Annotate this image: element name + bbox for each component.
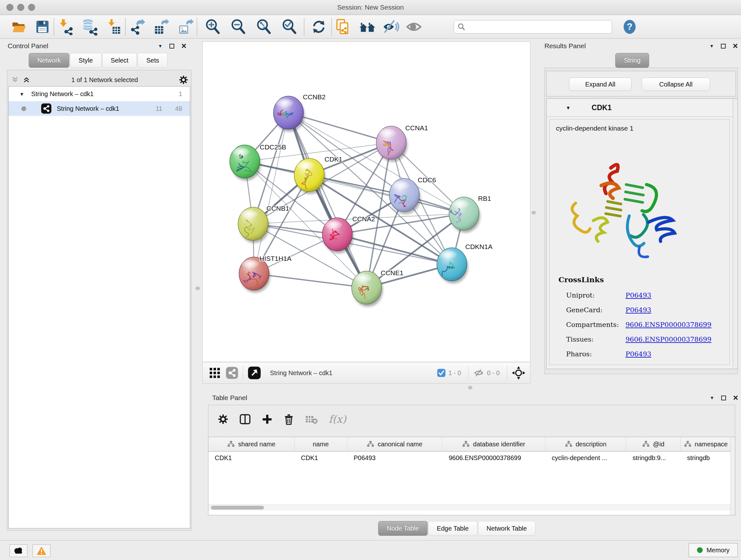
table-cell[interactable]: stringdb (681, 454, 731, 462)
column-header-namespace[interactable]: namespace (681, 437, 731, 451)
function-builder-icon[interactable]: f(x) (329, 413, 346, 425)
tab-node-table[interactable]: Node Table (378, 521, 428, 536)
expand-all-button[interactable]: Expand All (569, 78, 631, 91)
selected-checkbox-icon[interactable] (437, 368, 446, 377)
export-image-button[interactable] (176, 17, 195, 36)
export-table-button[interactable] (152, 17, 171, 36)
search-box[interactable] (454, 20, 612, 34)
delete-table-icon[interactable] (305, 414, 318, 424)
string-tab-icon[interactable] (226, 367, 239, 379)
network-node-CCNB2[interactable]: CCNB2 (273, 93, 326, 132)
network-node-CCNE1[interactable]: CCNE1 (352, 269, 403, 307)
memory-button[interactable]: Memory (689, 543, 738, 557)
column-header-database-identifier[interactable]: database identifier (442, 437, 545, 451)
refresh-layout-button[interactable] (310, 17, 328, 36)
panel-menu-icon[interactable]: ▼ (710, 44, 714, 49)
delete-column-trash-icon[interactable] (283, 414, 294, 425)
network-options-gear-icon[interactable] (179, 75, 188, 84)
network-row[interactable]: String Network – cdk1 11 48 (9, 101, 190, 116)
network-view-canvas[interactable]: CCNB2CCNA1CDC25BCDK1CDC6RB1CCNB1CCNA2CDK… (202, 42, 530, 362)
open-session-button[interactable] (10, 17, 28, 36)
import-table-file-button[interactable] (105, 17, 123, 36)
column-header--id[interactable]: @id (626, 437, 681, 451)
hidden-eye-icon[interactable] (473, 368, 484, 378)
panel-float-icon[interactable] (721, 44, 726, 49)
panel-menu-icon[interactable]: ▼ (158, 44, 162, 49)
collapse-all-tree-icon[interactable] (11, 76, 19, 84)
network-edge-CCNE1-CCNB2[interactable] (288, 113, 367, 288)
session-home-button[interactable] (358, 17, 377, 36)
show-all-button[interactable] (405, 17, 423, 36)
import-network-file-button[interactable] (56, 17, 75, 36)
collapse-all-button[interactable]: Collapse All (642, 78, 710, 91)
table-row[interactable]: CDK1CDK1P064939606.ENSP00000378699cyclin… (208, 452, 735, 464)
panel-close-icon[interactable]: × (733, 44, 738, 49)
warnings-button[interactable] (32, 544, 51, 557)
table-cell[interactable]: 9606.ENSP00000378699 (442, 454, 545, 462)
zoom-fit-button[interactable] (255, 17, 273, 36)
tab-sets[interactable]: Sets (138, 53, 167, 68)
column-header-shared-name[interactable]: shared name (208, 437, 294, 451)
network-graph[interactable]: CCNB2CCNA1CDC25BCDK1CDC6RB1CCNB1CCNA2CDK… (203, 42, 530, 362)
center-view-crosshair-icon[interactable] (512, 366, 526, 380)
table-vertical-scrollbar[interactable] (731, 437, 735, 515)
panel-close-icon[interactable]: × (733, 395, 738, 400)
table-cell[interactable]: CDK1 (294, 454, 347, 462)
right-splitter-handle[interactable] (532, 211, 536, 214)
network-node-CCNA2[interactable]: CCNA2 (322, 215, 375, 253)
search-input[interactable] (466, 23, 607, 30)
crosslink-link[interactable]: P06493 (625, 292, 651, 299)
zoom-in-button[interactable] (204, 17, 222, 36)
tab-select[interactable]: Select (102, 53, 137, 68)
tab-edge-table[interactable]: Edge Table (428, 521, 477, 536)
network-node-RB1[interactable]: RB1 (449, 195, 491, 233)
network-node-CDKN1A[interactable]: CDKN1A (437, 243, 492, 284)
save-session-button[interactable] (33, 17, 52, 36)
bottom-splitter-handle[interactable] (468, 386, 472, 389)
table-cell[interactable]: P06493 (347, 454, 442, 462)
node-section-header[interactable]: ▼ CDK1 (547, 99, 738, 117)
show-columns-icon[interactable] (239, 414, 251, 425)
tab-string[interactable]: String (615, 53, 649, 68)
panel-close-icon[interactable]: × (181, 44, 186, 49)
column-header-canonical-name[interactable]: canonical name (347, 437, 442, 451)
open-in-new-window-icon[interactable] (248, 366, 261, 380)
crosslink-link[interactable]: 9606.ENSP00000378699 (625, 335, 711, 343)
tab-network[interactable]: Network (29, 53, 69, 68)
scrollbar-thumb[interactable] (211, 506, 264, 509)
table-cell[interactable]: stringdb:9... (626, 454, 681, 462)
crosslink-link[interactable]: P06493 (625, 350, 651, 358)
zoom-selected-button[interactable] (280, 17, 299, 36)
crosslink-link[interactable]: 9606.ENSP00000378699 (625, 321, 711, 328)
create-column-plus-icon[interactable] (262, 414, 273, 425)
network-node-CDK1[interactable]: CDK1 (294, 155, 342, 194)
collection-expander-icon[interactable]: ▼ (19, 91, 24, 97)
clone-network-button[interactable] (334, 17, 352, 36)
network-edge-CCNB2-HIST1H1A[interactable] (254, 113, 288, 273)
network-collection-row[interactable]: ▼ String Network – cdk1 1 (9, 86, 190, 101)
network-node-HIST1H1A[interactable]: HIST1H1A (239, 255, 291, 293)
network-node-CDC6[interactable]: CDC6 (389, 176, 436, 214)
hide-selected-button[interactable] (382, 17, 400, 36)
table-cell[interactable]: CDK1 (208, 454, 294, 462)
panel-float-icon[interactable] (721, 395, 726, 400)
tab-network-table[interactable]: Network Table (478, 521, 536, 536)
network-edge-CCNE1-HIST1H1A[interactable] (254, 273, 367, 288)
zoom-out-button[interactable] (229, 17, 248, 36)
results-scrollbar[interactable] (733, 99, 738, 369)
crosslink-link[interactable]: P06493 (625, 306, 651, 314)
panel-float-icon[interactable] (170, 44, 174, 49)
column-header-name[interactable]: name (294, 437, 347, 451)
cloud-status-button[interactable] (10, 544, 27, 557)
table-options-gear-icon[interactable] (218, 414, 228, 425)
table-cell[interactable]: cyclin-dependent ... (545, 454, 626, 462)
left-splitter-handle[interactable] (196, 287, 200, 290)
network-node-CCNA1[interactable]: CCNA1 (376, 124, 428, 162)
import-network-database-button[interactable] (80, 17, 99, 36)
tab-style[interactable]: Style (70, 53, 101, 68)
birds-eye-grid-icon[interactable] (208, 367, 221, 379)
section-expander-icon[interactable]: ▼ (566, 105, 570, 111)
help-button[interactable]: ? (620, 17, 639, 36)
expand-all-tree-icon[interactable] (22, 76, 30, 84)
table-horizontal-scrollbar[interactable] (208, 504, 731, 510)
